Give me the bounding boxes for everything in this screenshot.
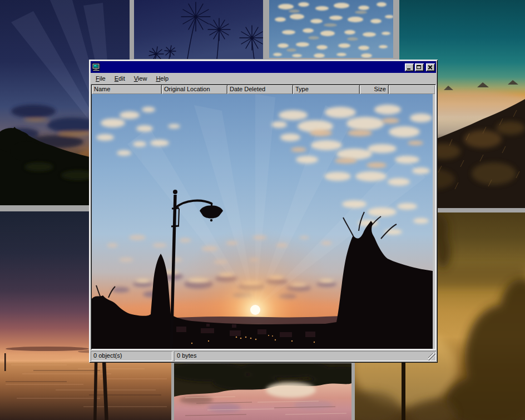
column-header-name[interactable]: Name xyxy=(92,85,162,94)
status-size-text: 0 bytes xyxy=(177,352,196,359)
column-header-filler xyxy=(389,85,435,94)
desktop: { "desktop": { "background_color": "#a4a… xyxy=(0,0,525,420)
cloud-field-image xyxy=(269,0,393,58)
column-header-size[interactable]: Size xyxy=(360,85,389,94)
maximize-icon xyxy=(417,65,421,69)
close-button[interactable] xyxy=(426,63,435,71)
menu-file[interactable]: File xyxy=(91,73,110,83)
column-header-type[interactable]: Type xyxy=(293,85,360,94)
wallpaper-photo-dried-umbel-flowers xyxy=(134,0,263,59)
sunset-lamp-photo xyxy=(92,94,433,349)
status-object-count: 0 object(s) xyxy=(91,351,172,361)
menu-help[interactable]: Help xyxy=(151,73,173,83)
menu-edit[interactable]: Edit xyxy=(110,73,130,83)
recycle-bin-window: File Edit View Help Name Original Locati… xyxy=(89,60,438,363)
menu-view[interactable]: View xyxy=(130,73,152,83)
status-bar: 0 object(s) 0 bytes xyxy=(91,351,436,361)
reflection-image xyxy=(174,363,351,420)
wallpaper-photo-altocumulus-clouds xyxy=(269,0,393,58)
wallpaper-photo-water-reflection xyxy=(174,363,351,420)
minimize-button[interactable] xyxy=(405,63,414,71)
column-header-row: Name Original Location Date Deleted Type… xyxy=(92,85,435,94)
list-viewport-showing-wallpaper[interactable] xyxy=(92,94,433,349)
window-titlebar[interactable] xyxy=(91,61,436,73)
menu-bar: File Edit View Help xyxy=(91,73,436,84)
status-total-size: 0 bytes xyxy=(174,351,436,361)
column-header-original-location[interactable]: Original Location xyxy=(162,85,227,94)
maximize-button[interactable] xyxy=(415,63,424,71)
column-header-date-deleted[interactable]: Date Deleted xyxy=(227,85,293,94)
resize-grip[interactable] xyxy=(428,353,435,360)
computer-icon xyxy=(92,63,101,71)
list-view-frame: Name Original Location Date Deleted Type… xyxy=(91,84,436,350)
umbel-silhouette-image xyxy=(134,0,263,59)
minimize-icon xyxy=(407,68,410,70)
